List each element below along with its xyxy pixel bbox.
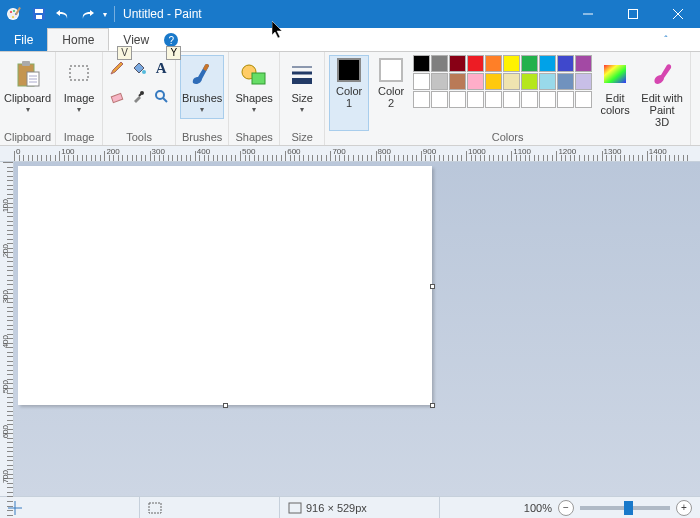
palette-swatch[interactable] xyxy=(539,91,556,108)
position-icon xyxy=(8,501,22,515)
palette-swatch[interactable] xyxy=(503,91,520,108)
palette-swatch[interactable] xyxy=(485,91,502,108)
palette-swatch[interactable] xyxy=(449,73,466,90)
resize-handle-se[interactable] xyxy=(430,403,435,408)
color1-swatch xyxy=(337,58,361,82)
palette-swatch[interactable] xyxy=(557,73,574,90)
picker-tool[interactable] xyxy=(129,83,149,109)
group-clipboard: Clipboard ▾ Clipboard xyxy=(0,52,56,145)
brush-icon xyxy=(186,58,218,90)
tab-home[interactable]: Home xyxy=(47,28,109,51)
palette-swatch[interactable] xyxy=(431,73,448,90)
palette-swatch[interactable] xyxy=(413,73,430,90)
redo-icon[interactable] xyxy=(76,3,98,25)
zoom-value: 100% xyxy=(524,502,552,514)
palette-swatch[interactable] xyxy=(521,55,538,72)
size-icon xyxy=(286,58,318,90)
tab-view[interactable]: View V xyxy=(109,28,163,51)
palette-swatch[interactable] xyxy=(449,55,466,72)
fill-tool[interactable] xyxy=(129,55,149,81)
size-button[interactable]: Size ▾ xyxy=(284,55,320,119)
palette-swatch[interactable] xyxy=(539,55,556,72)
tab-file[interactable]: File xyxy=(0,28,47,51)
palette-swatch[interactable] xyxy=(467,73,484,90)
svg-point-3 xyxy=(13,10,15,12)
color1-button[interactable]: Color 1 xyxy=(329,55,369,131)
palette-swatch[interactable] xyxy=(503,55,520,72)
shapes-button[interactable]: Shapes ▾ xyxy=(233,55,275,119)
brushes-button[interactable]: Brushes ▾ xyxy=(180,55,224,119)
svg-rect-35 xyxy=(149,503,161,513)
chevron-down-icon: ▾ xyxy=(26,104,30,116)
quick-access-toolbar: ▾ xyxy=(0,3,114,25)
palette-swatch[interactable] xyxy=(431,55,448,72)
canvas[interactable] xyxy=(18,166,432,405)
keytip-help: Y xyxy=(166,46,181,60)
ribbon-tabs: File Home View V ˆ ? Y xyxy=(0,28,700,52)
svg-rect-8 xyxy=(35,9,43,13)
chevron-down-icon: ▾ xyxy=(300,104,304,116)
palette-swatch[interactable] xyxy=(557,91,574,108)
collapse-ribbon-icon[interactable]: ˆ xyxy=(656,28,676,52)
paint3d-button[interactable]: Edit with Paint 3D xyxy=(638,55,686,131)
zoom-thumb[interactable] xyxy=(624,501,633,515)
palette-swatch[interactable] xyxy=(575,73,592,90)
svg-line-26 xyxy=(163,98,167,102)
svg-rect-15 xyxy=(22,61,30,66)
app-icon[interactable] xyxy=(4,3,26,25)
palette-swatch[interactable] xyxy=(539,73,556,90)
palette-swatch[interactable] xyxy=(449,91,466,108)
chevron-down-icon: ▾ xyxy=(200,104,204,116)
palette-swatch[interactable] xyxy=(467,91,484,108)
svg-point-25 xyxy=(156,91,164,99)
status-cursor-pos xyxy=(0,497,140,518)
svg-point-21 xyxy=(142,70,146,74)
palette-swatch[interactable] xyxy=(575,55,592,72)
palette-swatch[interactable] xyxy=(413,91,430,108)
canvas-size-icon xyxy=(288,502,302,514)
color2-swatch xyxy=(379,58,403,82)
magnifier-tool[interactable] xyxy=(151,83,171,109)
resize-handle-s[interactable] xyxy=(223,403,228,408)
palette-swatch[interactable] xyxy=(467,55,484,72)
maximize-button[interactable] xyxy=(610,0,655,28)
eraser-tool[interactable] xyxy=(107,83,127,109)
group-image: Image ▾ Image xyxy=(56,52,103,145)
color2-button[interactable]: Color 2 xyxy=(371,55,411,131)
palette-swatch[interactable] xyxy=(413,55,430,72)
palette-swatch[interactable] xyxy=(575,91,592,108)
help-icon: ? xyxy=(164,33,178,47)
canvas-area[interactable] xyxy=(14,162,700,496)
ribbon: Clipboard ▾ Clipboard Image ▾ Image A To… xyxy=(0,52,700,146)
edit-colors-button[interactable]: Edit colors xyxy=(594,55,636,131)
close-button[interactable] xyxy=(655,0,700,28)
zoom-out-button[interactable]: − xyxy=(558,500,574,516)
selection-icon xyxy=(148,502,162,514)
paste-icon xyxy=(12,58,44,90)
resize-handle-e[interactable] xyxy=(430,284,435,289)
save-icon[interactable] xyxy=(28,3,50,25)
qat-customize-icon[interactable]: ▾ xyxy=(100,3,110,25)
zoom-in-button[interactable]: + xyxy=(676,500,692,516)
group-colors: Color 1 Color 2 Edit colors Edit with Pa… xyxy=(325,52,691,145)
image-select-button[interactable]: Image ▾ xyxy=(60,55,98,119)
shapes-icon xyxy=(238,58,270,90)
palette-swatch[interactable] xyxy=(521,91,538,108)
palette-swatch[interactable] xyxy=(503,73,520,90)
minimize-button[interactable] xyxy=(565,0,610,28)
help-button[interactable]: ? Y xyxy=(161,28,181,52)
ruler-vertical: 100200300400500600700 xyxy=(0,162,14,496)
status-canvas-size: 916 × 529px xyxy=(280,497,440,518)
paint3d-icon xyxy=(646,58,678,90)
palette-swatch[interactable] xyxy=(557,55,574,72)
zoom-slider[interactable] xyxy=(580,506,670,510)
palette-swatch[interactable] xyxy=(485,55,502,72)
palette-swatch[interactable] xyxy=(485,73,502,90)
clipboard-button[interactable]: Clipboard ▾ xyxy=(6,55,50,119)
group-tools: A Tools xyxy=(103,52,176,145)
palette-swatch[interactable] xyxy=(521,73,538,90)
palette-swatch[interactable] xyxy=(431,91,448,108)
undo-icon[interactable] xyxy=(52,3,74,25)
svg-rect-36 xyxy=(289,503,301,513)
keytip-view: V xyxy=(117,46,132,60)
